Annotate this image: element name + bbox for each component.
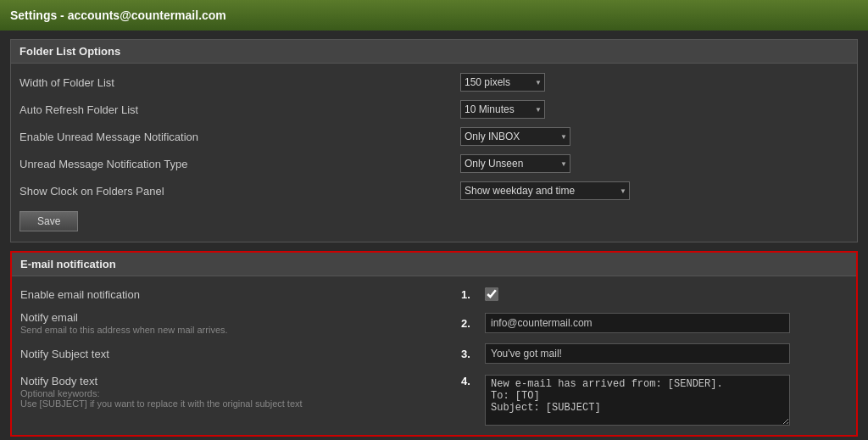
select-wrapper-notif-type: Only Unseen All Messages	[460, 154, 570, 173]
control-unread: Disabled Only INBOX All Folders	[460, 127, 849, 146]
save-button[interactable]: Save	[19, 211, 78, 231]
select-wrapper-clock: Disabled Show time only Show weekday and…	[460, 181, 630, 200]
select-unread[interactable]: Disabled Only INBOX All Folders	[460, 127, 570, 146]
sub-label-body: Optional keywords: Use [SUBJECT] if you …	[20, 388, 461, 409]
setting-row-notify-email: Notify email Send email to this address …	[20, 307, 848, 339]
label-unread: Enable Unread Message Notification	[19, 131, 460, 143]
sub-label-notify-email: Send email to this address when new mail…	[20, 325, 461, 335]
step-2: 2.	[461, 317, 476, 330]
email-notification-body: Enable email notification 1. Notify emai…	[12, 276, 856, 435]
select-width[interactable]: 100 pixels 150 pixels 200 pixels 250 pix…	[460, 73, 545, 92]
setting-row-subject: Notify Subject text 3.	[20, 339, 848, 368]
control-refresh: 5 Minutes 10 Minutes 15 Minutes 30 Minut…	[460, 100, 849, 119]
label-clock: Show Clock on Folders Panel	[19, 185, 460, 198]
select-wrapper-refresh: 5 Minutes 10 Minutes 15 Minutes 30 Minut…	[460, 100, 545, 119]
select-wrapper-width: 100 pixels 150 pixels 200 pixels 250 pix…	[460, 73, 545, 92]
step-4: 4.	[461, 375, 476, 387]
input-notify-email[interactable]	[485, 313, 790, 333]
label-block-notify-email: Notify email Send email to this address …	[20, 311, 461, 335]
control-notify-email: 2.	[461, 313, 848, 333]
control-notif-type: Only Unseen All Messages	[460, 154, 849, 173]
setting-row-unread: Enable Unread Message Notification Disab…	[19, 123, 849, 150]
setting-row-width: Width of Folder List 100 pixels 150 pixe…	[19, 69, 849, 96]
control-clock: Disabled Show time only Show weekday and…	[460, 181, 849, 200]
control-width: 100 pixels 150 pixels 200 pixels 250 pix…	[460, 73, 849, 92]
setting-row-body: Notify Body text Optional keywords: Use …	[20, 368, 848, 430]
label-width: Width of Folder List	[19, 76, 460, 89]
setting-row-notif-type: Unread Message Notification Type Only Un…	[19, 150, 849, 177]
select-clock[interactable]: Disabled Show time only Show weekday and…	[460, 181, 630, 200]
select-notif-type[interactable]: Only Unseen All Messages	[460, 154, 570, 173]
control-body: 4. New e-mail has arrived from: [SENDER]…	[461, 372, 848, 426]
window-title: Settings - accounts@countermail.com	[10, 8, 226, 22]
content-area: Folder List Options Width of Folder List…	[0, 31, 868, 440]
step-3: 3.	[461, 348, 476, 360]
control-enable-email: 1.	[461, 287, 848, 301]
folder-list-section: Folder List Options Width of Folder List…	[10, 39, 858, 242]
control-subject: 3.	[461, 343, 848, 364]
folder-list-header: Folder List Options	[11, 40, 857, 64]
email-notification-header: E-mail notification	[12, 253, 856, 276]
checkbox-enable-email[interactable]	[485, 287, 498, 301]
label-body: Notify Body text	[20, 375, 461, 387]
save-row: Save	[19, 204, 849, 237]
title-bar: Settings - accounts@countermail.com	[0, 0, 868, 31]
folder-list-body: Width of Folder List 100 pixels 150 pixe…	[11, 64, 857, 242]
setting-row-refresh: Auto Refresh Folder List 5 Minutes 10 Mi…	[19, 96, 849, 123]
label-block-body: Notify Body text Optional keywords: Use …	[20, 372, 461, 409]
step-1: 1.	[461, 288, 476, 301]
setting-row-enable-email: Enable email notification 1.	[20, 281, 848, 307]
label-notif-type: Unread Message Notification Type	[19, 158, 460, 170]
label-notify-email: Notify email	[20, 311, 461, 324]
input-subject[interactable]	[485, 343, 790, 364]
setting-row-clock: Show Clock on Folders Panel Disabled Sho…	[19, 177, 849, 204]
label-refresh: Auto Refresh Folder List	[19, 103, 460, 116]
select-refresh[interactable]: 5 Minutes 10 Minutes 15 Minutes 30 Minut…	[460, 100, 545, 119]
textarea-body[interactable]: New e-mail has arrived from: [SENDER]. T…	[485, 375, 790, 426]
label-subject: Notify Subject text	[20, 348, 461, 360]
select-wrapper-unread: Disabled Only INBOX All Folders	[460, 127, 570, 146]
email-notification-section: E-mail notification Enable email notific…	[10, 251, 858, 437]
label-enable-email: Enable email notification	[20, 288, 461, 301]
